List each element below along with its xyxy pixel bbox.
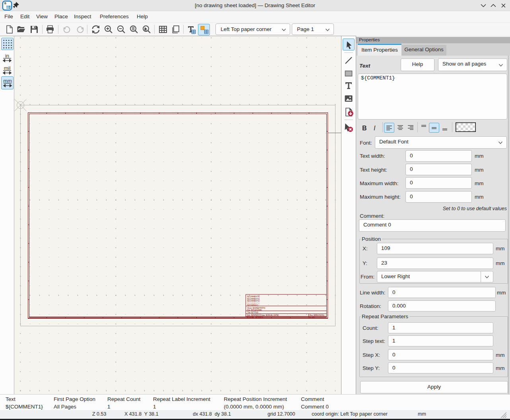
svg-text:Id: 1/1: Id: 1/1 — [310, 316, 315, 318]
svg-text:${COMPANY}: ${COMPANY} — [247, 304, 258, 306]
svg-text:Rev: ${REVISION}: Rev: ${REVISION} — [310, 314, 324, 316]
svg-text:${COMMENT3}: ${COMMENT3} — [247, 298, 260, 300]
svg-text:${COMMENT2}: ${COMMENT2} — [247, 300, 260, 302]
svg-text:Date: ${ISSUE_DATE}: Date: ${ISSUE_DATE} — [261, 314, 279, 316]
svg-text:Size: ${PAPER}: Size: ${PAPER} — [247, 314, 260, 316]
svg-text:${KICAD_VERSION}: ${KICAD_VERSION} — [247, 316, 264, 318]
svg-text:in: in — [5, 53, 9, 59]
svg-text:Title: ${TITLE}: Title: ${TITLE} — [247, 312, 258, 314]
svg-text:File: ${FILENAME}: File: ${FILENAME} — [247, 309, 262, 311]
svg-text:mm: mm — [3, 78, 12, 84]
svg-text:mil: mil — [4, 65, 11, 71]
svg-text:${COMMENT4}: ${COMMENT4} — [247, 296, 260, 298]
